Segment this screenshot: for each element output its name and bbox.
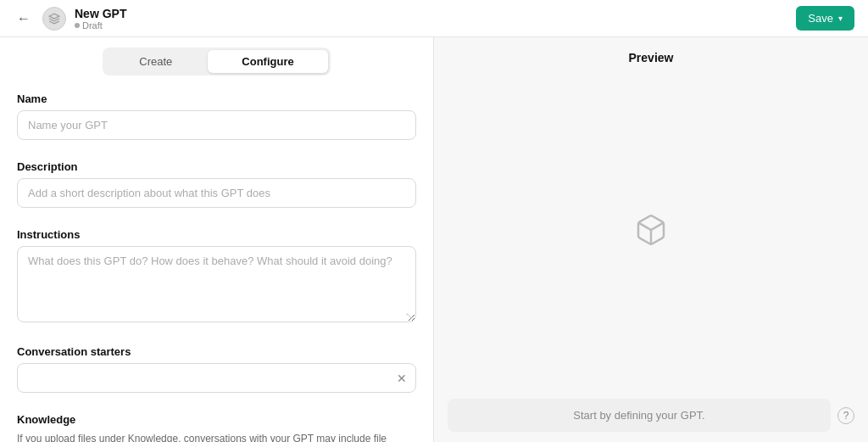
help-icon[interactable]: ? <box>837 407 854 424</box>
knowledge-label: Knowledge <box>17 413 416 426</box>
tab-group: Create Configure <box>103 48 330 76</box>
tab-configure[interactable]: Configure <box>208 50 327 73</box>
name-label: Name <box>17 92 416 105</box>
starters-section: Conversation starters ✕ <box>0 332 433 400</box>
tab-switcher: Create Configure <box>0 37 433 79</box>
preview-title: Preview <box>434 37 868 78</box>
instructions-wrap: ⤡ <box>17 246 416 325</box>
description-section: Description <box>0 147 433 215</box>
save-label: Save <box>808 12 833 25</box>
starters-label: Conversation starters <box>17 345 416 358</box>
preview-gpt-icon <box>634 213 668 255</box>
starter-clear-button[interactable]: ✕ <box>388 366 415 390</box>
avatar <box>42 7 66 31</box>
description-input[interactable] <box>17 178 416 208</box>
instructions-section: Instructions ⤡ <box>0 215 433 332</box>
app-header: ← New GPT Draft Save ▾ <box>0 0 868 37</box>
tab-create[interactable]: Create <box>105 50 206 73</box>
draft-dot <box>75 23 80 28</box>
page-title: New GPT <box>75 7 126 20</box>
knowledge-description: If you upload files under Knowledge, con… <box>17 431 416 442</box>
chevron-down-icon: ▾ <box>838 14 843 23</box>
start-input-bar[interactable]: Start by defining your GPT. <box>448 399 831 432</box>
header-left: ← New GPT Draft <box>14 7 126 31</box>
name-section: Name <box>0 79 433 147</box>
instructions-input[interactable] <box>17 246 416 322</box>
main-layout: Create Configure Name Description Instru… <box>0 37 868 442</box>
preview-body <box>434 78 868 389</box>
back-icon: ← <box>17 11 31 26</box>
knowledge-section: Knowledge If you upload files under Know… <box>0 400 433 442</box>
starter-input-wrap: ✕ <box>17 363 416 393</box>
name-input[interactable] <box>17 110 416 140</box>
left-panel: Create Configure Name Description Instru… <box>0 37 434 442</box>
description-label: Description <box>17 160 416 173</box>
starter-input[interactable] <box>18 364 388 392</box>
preview-footer: Start by defining your GPT. ? <box>434 389 868 442</box>
draft-status: Draft <box>75 20 126 31</box>
right-panel: Preview Start by defining your GPT. ? <box>434 37 868 442</box>
instructions-label: Instructions <box>17 228 416 241</box>
back-button[interactable]: ← <box>14 8 34 30</box>
header-title-group: New GPT Draft <box>75 7 126 31</box>
save-button[interactable]: Save ▾ <box>796 6 854 31</box>
